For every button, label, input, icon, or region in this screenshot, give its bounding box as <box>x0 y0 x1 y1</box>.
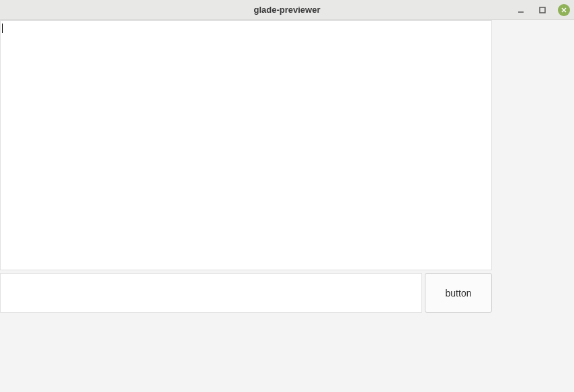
maximize-button[interactable] <box>536 4 548 16</box>
text-cursor <box>2 24 3 33</box>
window-controls <box>515 4 570 16</box>
close-button[interactable] <box>558 4 570 16</box>
close-icon <box>561 7 567 13</box>
action-button[interactable]: button <box>425 273 492 313</box>
main-text-area[interactable] <box>0 20 492 270</box>
window-title: glade-previewer <box>254 5 321 15</box>
text-input[interactable] <box>0 273 422 313</box>
maximize-icon <box>539 7 546 13</box>
titlebar: glade-previewer <box>0 0 574 20</box>
content-area: button <box>0 20 574 392</box>
input-row: button <box>0 273 492 313</box>
minimize-icon <box>518 7 524 13</box>
svg-rect-1 <box>540 7 545 13</box>
minimize-button[interactable] <box>515 4 527 16</box>
